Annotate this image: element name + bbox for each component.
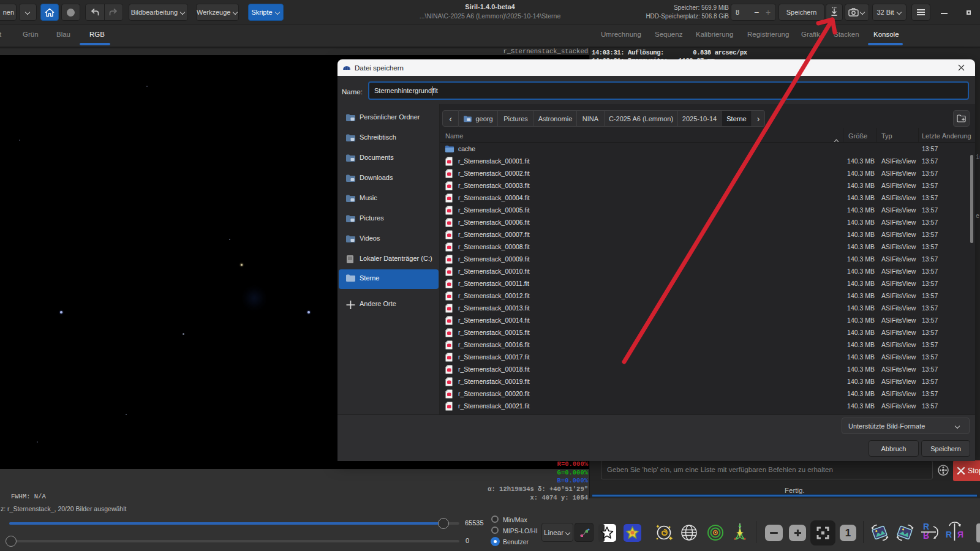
svg-text:R: R xyxy=(946,530,952,539)
svg-text:R: R xyxy=(923,522,929,531)
svg-text:R: R xyxy=(957,530,963,539)
